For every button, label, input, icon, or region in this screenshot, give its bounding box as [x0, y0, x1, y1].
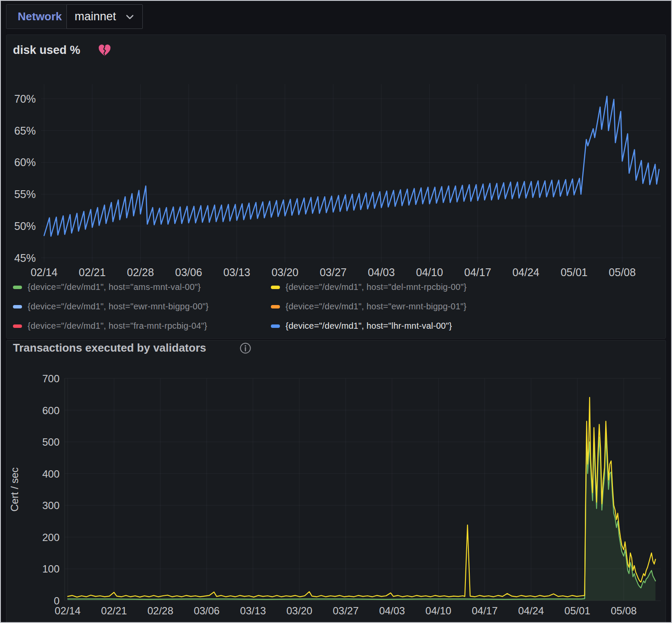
svg-text:02/21: 02/21 [79, 266, 106, 278]
svg-text:02/21: 02/21 [101, 605, 127, 617]
svg-text:02/28: 02/28 [148, 605, 173, 617]
variable-value-text: mainnet [75, 10, 116, 23]
svg-text:65%: 65% [14, 125, 36, 137]
legend-series-label: {device="/dev/md1", host="ewr-mnt-bigpg-… [286, 302, 467, 312]
legend-series-marker [13, 286, 22, 289]
svg-text:04/10: 04/10 [416, 266, 443, 278]
svg-text:04/03: 04/03 [379, 605, 405, 617]
svg-text:02/28: 02/28 [127, 266, 154, 278]
legend-item[interactable]: {device="/dev/md1", host="lhr-mnt-val-00… [271, 320, 467, 332]
legend-series-marker [271, 324, 280, 328]
svg-text:05/08: 05/08 [611, 605, 637, 617]
svg-text:700: 700 [42, 373, 60, 384]
variable-label-network: Network [6, 4, 74, 29]
svg-text:0: 0 [54, 595, 60, 607]
svg-text:02/14: 02/14 [55, 605, 81, 617]
svg-text:02/14: 02/14 [31, 266, 58, 278]
svg-text:600: 600 [42, 405, 60, 416]
svg-text:04/03: 04/03 [368, 266, 395, 278]
legend-series-marker [271, 286, 280, 289]
svg-text:55%: 55% [14, 188, 36, 200]
legend-series-marker [13, 324, 22, 328]
svg-text:05/08: 05/08 [609, 266, 636, 278]
legend-series-label: {device="/dev/md1", host="ams-mnt-val-00… [28, 282, 201, 292]
legend-item[interactable]: {device="/dev/md1", host="ams-mnt-val-00… [13, 281, 271, 293]
legend-series-marker [271, 305, 280, 308]
svg-text:50%: 50% [14, 220, 36, 232]
legend-series-label: {device="/dev/md1", host="ewr-mnt-bigpg-… [28, 302, 209, 312]
chevron-down-icon [125, 14, 135, 20]
svg-text:60%: 60% [14, 156, 36, 168]
grafana-dashboard: { "toolbar": { "variable_label": "Networ… [0, 0, 672, 623]
broken-heart-alert-icon [98, 44, 111, 57]
legend-item[interactable]: {device="/dev/md1", host="ewr-mnt-bigpg-… [13, 301, 271, 312]
svg-text:300: 300 [42, 500, 60, 511]
svg-text:03/13: 03/13 [223, 266, 251, 278]
svg-text:100: 100 [42, 563, 60, 575]
legend-item[interactable]: {device="/dev/md1", host="del-mnt-rpcbig… [271, 281, 467, 293]
svg-text:03/13: 03/13 [240, 605, 266, 617]
svg-text:400: 400 [42, 468, 60, 480]
svg-text:03/27: 03/27 [320, 266, 347, 278]
legend-series-marker [13, 305, 22, 308]
transactions-chart[interactable]: 02/1402/2102/2803/0603/1303/2003/2704/03… [0, 367, 672, 622]
svg-text:05/01: 05/01 [561, 266, 588, 278]
svg-text:45%: 45% [14, 252, 36, 264]
legend-series-label: {device="/dev/md1", host="lhr-mnt-val-00… [286, 321, 452, 331]
panel-title-transactions[interactable]: Transactions executed by validators [13, 341, 206, 355]
svg-text:04/24: 04/24 [518, 605, 544, 617]
svg-text:05/01: 05/01 [565, 605, 590, 617]
disk-used-legend: {device="/dev/md1", host="ams-mnt-val-00… [13, 281, 467, 332]
legend-item[interactable]: {device="/dev/md1", host="fra-mnt-rpcbig… [13, 320, 271, 332]
variable-label-text: Network [18, 10, 62, 23]
svg-text:04/17: 04/17 [472, 605, 498, 617]
dashboard-variable-bar: Network mainnet [0, 0, 672, 34]
legend-series-label: {device="/dev/md1", host="del-mnt-rpcbig… [286, 282, 467, 292]
svg-text:03/06: 03/06 [175, 266, 202, 278]
legend-item[interactable]: {device="/dev/md1", host="ewr-mnt-bigpg-… [271, 301, 467, 312]
svg-text:03/20: 03/20 [286, 605, 312, 617]
svg-text:70%: 70% [14, 93, 36, 105]
legend-series-label: {device="/dev/md1", host="fra-mnt-rpcbig… [28, 321, 207, 331]
info-icon[interactable] [239, 342, 252, 355]
panel-title-disk-used[interactable]: disk used % [13, 44, 80, 57]
svg-text:03/06: 03/06 [194, 605, 220, 617]
svg-text:04/10: 04/10 [425, 605, 451, 617]
svg-text:04/17: 04/17 [464, 266, 491, 278]
network-variable-dropdown[interactable]: mainnet [66, 4, 143, 29]
svg-text:500: 500 [42, 436, 60, 448]
svg-text:03/27: 03/27 [333, 605, 358, 617]
svg-text:04/24: 04/24 [512, 266, 540, 278]
svg-text:03/20: 03/20 [271, 266, 298, 278]
svg-text:200: 200 [42, 532, 60, 543]
svg-text:Cert / sec: Cert / sec [9, 467, 20, 512]
